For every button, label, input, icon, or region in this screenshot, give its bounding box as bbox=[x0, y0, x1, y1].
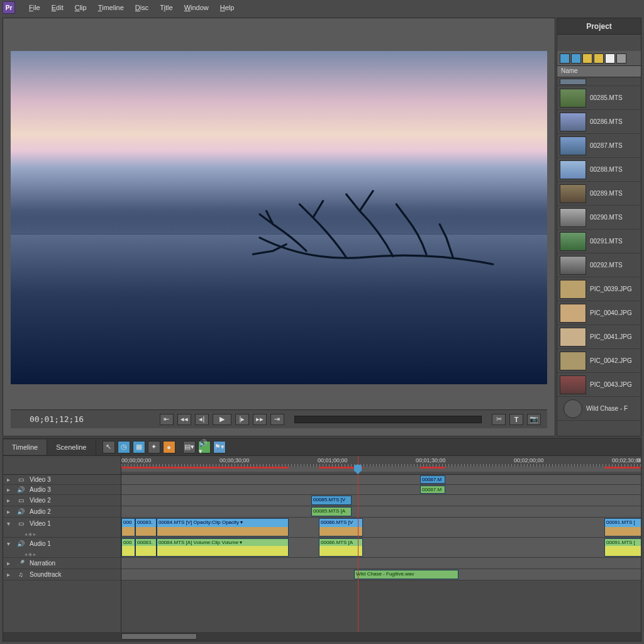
lane-video2[interactable]: 00085.MTS [V bbox=[121, 495, 641, 506]
track-header-narration[interactable]: ▸🎤Narration bbox=[3, 558, 121, 569]
list-item[interactable]: 00286.MTS bbox=[557, 110, 641, 134]
time-stretch-tool-icon[interactable]: ◷ bbox=[118, 441, 130, 453]
menu-timeline[interactable]: Timeline bbox=[93, 3, 129, 13]
clip-video[interactable]: 00086.MTS [V bbox=[319, 518, 363, 536]
step-forward-button[interactable]: |▸ bbox=[235, 414, 249, 425]
expand-icon[interactable]: ▸ bbox=[7, 486, 12, 493]
selection-tool-icon[interactable]: ↖ bbox=[103, 441, 115, 453]
project-panel-title[interactable]: Project bbox=[557, 18, 641, 35]
lane-soundtrack[interactable]: Wild Chase - Fugitive.wav bbox=[121, 569, 641, 580]
track-display-icon[interactable]: ▤▾ bbox=[183, 441, 196, 453]
list-item[interactable]: PIC_0040.JPG bbox=[557, 301, 641, 325]
set-out-button[interactable]: ⇥ bbox=[270, 414, 284, 425]
clip-video[interactable]: 00091.MTS [ bbox=[604, 518, 641, 536]
new-item-icon[interactable] bbox=[605, 53, 615, 64]
clip-video[interactable]: 00085.MTS [V bbox=[311, 496, 352, 505]
smart-trim-tool-icon[interactable]: ✦ bbox=[148, 441, 160, 453]
lane-audio1[interactable]: 000 00083. 00084.MTS [A] Volume:Clip Vol… bbox=[121, 538, 641, 558]
playhead[interactable] bbox=[358, 456, 358, 632]
lane-audio2[interactable]: 00085.MTS [A bbox=[121, 506, 641, 518]
menu-file[interactable]: File bbox=[24, 3, 45, 13]
clip-audio[interactable]: Wild Chase - Fugitive.wav bbox=[354, 570, 458, 579]
list-item[interactable]: 00287.MTS bbox=[557, 134, 641, 158]
list-item[interactable]: 00290.MTS bbox=[557, 206, 641, 230]
shuttle-slider[interactable] bbox=[294, 416, 482, 423]
list-item[interactable]: 00291.MTS bbox=[557, 230, 641, 253]
clip-video[interactable]: 00087.M bbox=[420, 475, 445, 484]
menu-window[interactable]: Window bbox=[179, 3, 214, 13]
track-header-video3[interactable]: ▸▭Video 3 bbox=[3, 475, 121, 485]
lane-video3[interactable]: 00087.M bbox=[121, 475, 641, 485]
collapse-icon[interactable]: ▾ bbox=[7, 540, 12, 547]
menu-title[interactable]: Title bbox=[155, 3, 177, 13]
asset-thumbnail bbox=[560, 184, 586, 203]
horizontal-scrollbar[interactable] bbox=[3, 632, 641, 641]
list-item[interactable]: PIC_0039.JPG bbox=[557, 277, 641, 301]
time-ruler[interactable]: 00;00;00;00 00;00;30;00 00;01;00;00 00;0… bbox=[121, 456, 641, 475]
new-folder-icon[interactable] bbox=[594, 53, 604, 64]
rewind-button[interactable]: ◂◂ bbox=[177, 414, 191, 425]
title-button[interactable]: T bbox=[509, 414, 523, 425]
menu-edit[interactable]: Edit bbox=[47, 3, 69, 13]
folder-up-icon[interactable] bbox=[582, 53, 592, 64]
list-item[interactable]: PIC_0042.JPG bbox=[557, 349, 641, 373]
delete-icon[interactable] bbox=[616, 53, 626, 64]
collapse-icon[interactable]: ▾ bbox=[7, 520, 12, 527]
clip-video[interactable]: 00084.MTS [V] Opacity:Clip Opacity ▾ bbox=[157, 518, 289, 536]
clip-video[interactable]: 000 bbox=[121, 518, 135, 536]
marker-tool-icon[interactable]: ● bbox=[163, 441, 175, 453]
expand-icon[interactable]: ▸ bbox=[7, 571, 12, 578]
clip-video[interactable]: 00083. bbox=[135, 518, 157, 536]
menu-disc[interactable]: Disc bbox=[130, 3, 153, 13]
set-in-button[interactable]: ⇤ bbox=[160, 414, 174, 425]
menu-clip[interactable]: Clip bbox=[70, 3, 92, 13]
lane-video1[interactable]: 000 00083. 00084.MTS [V] Opacity:Clip Op… bbox=[121, 518, 641, 538]
step-back-button[interactable]: ◂| bbox=[195, 414, 209, 425]
track-lanes[interactable]: 00;00;00;00 00;00;30;00 00;01;00;00 00;0… bbox=[121, 456, 641, 632]
fast-forward-button[interactable]: ▸▸ bbox=[253, 414, 267, 425]
clip-audio[interactable]: 000 bbox=[121, 538, 135, 557]
menu-help[interactable]: Help bbox=[215, 3, 240, 13]
track-header-soundtrack[interactable]: ▸♫Soundtrack bbox=[3, 569, 121, 580]
list-item[interactable]: 00292.MTS bbox=[557, 253, 641, 277]
track-header-audio1[interactable]: ▾🔊Audio 1◂ ◈ ▸ bbox=[3, 538, 121, 558]
clip-audio[interactable]: 00084.MTS [A] Volume:Clip Volume ▾ bbox=[157, 538, 289, 557]
clip-audio[interactable]: 00085.MTS [A bbox=[311, 507, 352, 516]
clip-audio[interactable]: 00083. bbox=[135, 538, 157, 557]
track-header-audio2[interactable]: ▸🔊Audio 2 bbox=[3, 506, 121, 518]
audio-display-icon[interactable]: 🔊▾ bbox=[198, 441, 211, 453]
clip-audio[interactable]: 00086.MTS [A bbox=[319, 538, 363, 557]
tab-timeline[interactable]: Timeline bbox=[3, 440, 47, 455]
properties-tool-icon[interactable]: ▦ bbox=[133, 441, 145, 453]
list-item[interactable]: PIC_0041.JPG bbox=[557, 325, 641, 349]
lane-narration[interactable] bbox=[121, 558, 641, 569]
preview-screen[interactable] bbox=[11, 51, 547, 384]
playhead-handle-icon[interactable] bbox=[354, 465, 362, 471]
track-header-audio3[interactable]: ▸🔊Audio 3 bbox=[3, 485, 121, 495]
grid-view-icon[interactable] bbox=[571, 53, 581, 64]
expand-icon[interactable]: ▸ bbox=[7, 476, 12, 483]
clip-audio[interactable]: 00091.MTS [ bbox=[604, 538, 641, 557]
list-item[interactable]: Wild Chase - F bbox=[557, 397, 641, 421]
tab-sceneline[interactable]: Sceneline bbox=[47, 440, 96, 455]
split-clip-button[interactable]: ✂ bbox=[492, 414, 506, 425]
track-header-video1[interactable]: ▾▭Video 1◂ ◈ ▸ bbox=[3, 518, 121, 538]
column-header-name[interactable]: Name bbox=[557, 66, 641, 77]
clip-audio[interactable]: 00087.M bbox=[420, 486, 445, 494]
track-header-video2[interactable]: ▸▭Video 2 bbox=[3, 495, 121, 506]
timecode-display[interactable]: 00;01;12;16 bbox=[17, 414, 96, 424]
play-button[interactable]: ▶ bbox=[213, 414, 231, 425]
list-item[interactable]: PIC_0043.JPG bbox=[557, 373, 641, 397]
list-view-icon[interactable] bbox=[560, 53, 570, 64]
list-item[interactable]: 00285.MTS bbox=[557, 86, 641, 110]
freeze-frame-button[interactable]: 📷 bbox=[527, 414, 541, 425]
list-item[interactable]: 00288.MTS bbox=[557, 158, 641, 182]
expand-icon[interactable]: ▸ bbox=[7, 508, 12, 515]
expand-icon[interactable]: ▸ bbox=[7, 560, 12, 567]
snap-icon[interactable]: ⚑▾ bbox=[213, 441, 226, 453]
list-item[interactable]: 00289.MTS bbox=[557, 182, 641, 206]
scrollbar-thumb[interactable] bbox=[121, 633, 197, 640]
lane-audio3[interactable]: 00087.M bbox=[121, 485, 641, 495]
asset-row-partial[interactable] bbox=[557, 77, 641, 86]
expand-icon[interactable]: ▸ bbox=[7, 497, 12, 504]
